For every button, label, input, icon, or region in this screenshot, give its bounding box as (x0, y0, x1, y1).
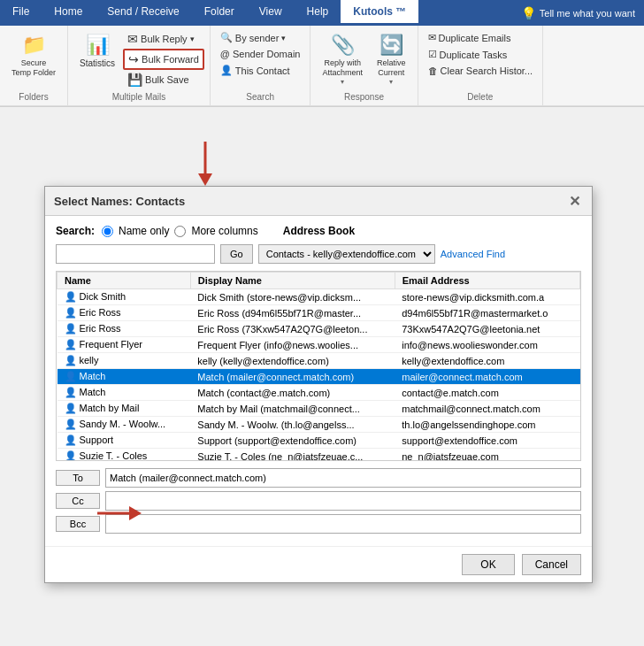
folders-group-label: Folders (19, 92, 48, 102)
duplicate-tasks-icon: ☑ (428, 49, 437, 60)
clear-search-label: Clear Search Histor... (441, 65, 533, 76)
cc-button[interactable]: Cc (56, 493, 100, 509)
search-input-row: Go Contacts - kelly@extendoffice.com (1)… (56, 244, 581, 264)
table-row[interactable]: 👤Dick Smith Dick Smith (store-news@vip.d… (58, 289, 580, 305)
relative-dropdown-icon: ▾ (389, 78, 393, 86)
bulk-save-button[interactable]: 💾 Bulk Save (123, 70, 204, 89)
table-row[interactable]: 👤kelly kelly (kelly@extendoffice.com) ke… (58, 353, 580, 369)
to-row: To (56, 468, 581, 488)
email-column-header: Email Address (395, 273, 579, 289)
contact-email-cell: mailer@connect.match.com (395, 369, 579, 385)
multiple-mails-group-label: Multiple Mails (112, 92, 166, 102)
bcc-input[interactable] (105, 514, 581, 534)
go-button[interactable]: Go (220, 244, 253, 264)
reply-dropdown-icon: ▾ (341, 78, 344, 86)
to-button[interactable]: To (56, 470, 100, 486)
table-row[interactable]: 👤Frequent Flyer Frequent Flyer (info@new… (58, 337, 580, 353)
contact-email-cell: d94m6l55bf71R@mastermarket.o (395, 305, 579, 321)
arrow-right-indicator (97, 504, 142, 526)
cc-input[interactable] (105, 491, 581, 511)
ribbon-group-search: 🔍 By sender ▾ @ Sender Domain 👤 This Con… (211, 26, 311, 105)
table-row[interactable]: 👤Suzie T. - Coles Suzie T. - Coles (ne_n… (58, 449, 580, 462)
bulk-forward-icon: ↪ (128, 52, 139, 66)
contact-display-cell: Eric Ross (73Kxw547A2Q7G@leeton... (190, 321, 395, 337)
table-row[interactable]: 👤Support Support (support@extendoffice.c… (58, 433, 580, 449)
more-columns-label: More columns (191, 225, 257, 237)
statistics-button[interactable]: 📊 Statistics (73, 29, 121, 73)
relative-icon: 🔄 (380, 34, 403, 57)
contact-table-wrapper[interactable]: Name Display Name Email Address 👤Dick Sm… (56, 271, 581, 461)
ribbon-tabs: File Home Send / Receive Folder View Hel… (0, 0, 644, 26)
name-only-label: Name only (119, 225, 169, 237)
contact-email-cell: th.lo@angelssendinghope.com (395, 417, 579, 433)
ribbon-group-delete: ✉ Duplicate Emails ☑ Duplicate Tasks 🗑 C… (418, 26, 544, 105)
table-row[interactable]: 👤Sandy M. - Woolw... Sandy M. - Woolw. (… (58, 417, 580, 433)
tab-help[interactable]: Help (295, 0, 341, 26)
secure-temp-label: SecureTemp Folder (12, 58, 56, 78)
secure-temp-folder-button[interactable]: 📁 SecureTemp Folder (5, 29, 62, 82)
tab-view[interactable]: View (247, 0, 295, 26)
this-contact-icon: 👤 (220, 65, 233, 76)
sender-domain-icon: @ (220, 49, 230, 59)
dialog-title: Select Names: Contacts (54, 195, 185, 208)
reply-with-attachment-button[interactable]: 📎 Reply withAttachment ▾ (316, 29, 369, 90)
contact-display-cell: Eric Ross (d94m6l55bf71R@master... (190, 305, 395, 321)
ribbon-group-multiple-mails: 📊 Statistics ✉ Bulk Reply ▾ ↪ Bulk Forwa… (68, 26, 211, 105)
this-contact-button[interactable]: 👤 This Contact (216, 62, 305, 79)
contact-name-cell: 👤Match (58, 369, 191, 385)
clear-search-history-button[interactable]: 🗑 Clear Search Histor... (424, 63, 538, 79)
response-group-label: Response (344, 92, 384, 102)
table-row[interactable]: 👤Eric Ross Eric Ross (73Kxw547A2Q7G@leet… (58, 321, 580, 337)
relative-current-button[interactable]: 🔄 RelativeCurrent ▾ (371, 29, 412, 90)
contact-email-cell: 73Kxw547A2Q7G@leetonia.net (395, 321, 579, 337)
bcc-button[interactable]: Bcc (56, 516, 100, 532)
tab-home[interactable]: Home (42, 0, 95, 26)
ok-button[interactable]: OK (462, 554, 514, 575)
dialog-close-button[interactable]: ✕ (565, 192, 583, 210)
by-sender-button[interactable]: 🔍 By sender ▾ (216, 29, 305, 46)
duplicate-tasks-label: Duplicate Tasks (440, 50, 508, 60)
tab-file[interactable]: File (0, 0, 42, 26)
dialog-titlebar: Select Names: Contacts ✕ (45, 187, 592, 216)
ribbon: File Home Send / Receive Folder View Hel… (0, 0, 644, 107)
lightbulb-icon: 💡 (521, 6, 536, 20)
duplicate-emails-icon: ✉ (428, 32, 436, 43)
contact-table: Name Display Name Email Address 👤Dick Sm… (57, 272, 580, 461)
contact-email-cell: support@extendoffice.com (395, 433, 579, 449)
duplicate-emails-button[interactable]: ✉ Duplicate Emails (424, 29, 538, 46)
tab-send-receive[interactable]: Send / Receive (95, 0, 191, 26)
address-book-select[interactable]: Contacts - kelly@extendoffice.com (1) (258, 244, 435, 264)
name-column-header: Name (58, 273, 191, 289)
tab-folder[interactable]: Folder (192, 0, 247, 26)
contact-name-cell: 👤Eric Ross (58, 305, 191, 321)
arrow-down-indicator (196, 142, 214, 189)
statistics-icon: 📊 (86, 34, 110, 57)
bulk-forward-button[interactable]: ↪ Bulk Forward (123, 49, 204, 70)
more-columns-radio[interactable] (174, 226, 186, 237)
this-contact-label: This Contact (235, 65, 290, 76)
contact-display-cell: Support (support@extendoffice.com) (190, 433, 395, 449)
contact-display-cell: kelly (kelly@extendoffice.com) (190, 353, 395, 369)
table-row[interactable]: 👤Match by Mail Match by Mail (matchmail@… (58, 401, 580, 417)
table-row[interactable]: 👤Match Match (contact@e.match.com) conta… (58, 385, 580, 401)
bulk-save-icon: 💾 (127, 73, 142, 87)
to-input[interactable] (105, 468, 581, 488)
contact-name-cell: 👤kelly (58, 353, 191, 369)
tab-kutools[interactable]: Kutools ™ (341, 0, 418, 26)
cancel-button[interactable]: Cancel (522, 554, 581, 575)
search-input[interactable] (56, 244, 215, 264)
sender-domain-button[interactable]: @ Sender Domain (216, 46, 305, 62)
bulk-reply-button[interactable]: ✉ Bulk Reply ▾ (123, 29, 204, 49)
name-only-radio[interactable] (102, 226, 113, 237)
table-row[interactable]: 👤Match Match (mailer@connect.match.com) … (58, 369, 580, 385)
ribbon-group-folders: 📁 SecureTemp Folder Folders (0, 26, 68, 105)
contact-name-cell: 👤Sandy M. - Woolw... (58, 417, 191, 433)
duplicate-tasks-button[interactable]: ☑ Duplicate Tasks (424, 46, 538, 63)
reply-attachment-icon: 📎 (331, 34, 355, 57)
contact-display-cell: Match by Mail (matchmail@connect... (190, 401, 395, 417)
advanced-find-link[interactable]: Advanced Find (441, 249, 505, 259)
table-row[interactable]: 👤Eric Ross Eric Ross (d94m6l55bf71R@mast… (58, 305, 580, 321)
by-sender-label: By sender (235, 33, 280, 43)
dropdown-arrow-icon: ▾ (190, 35, 195, 43)
contact-name-cell: 👤Dick Smith (58, 289, 191, 305)
